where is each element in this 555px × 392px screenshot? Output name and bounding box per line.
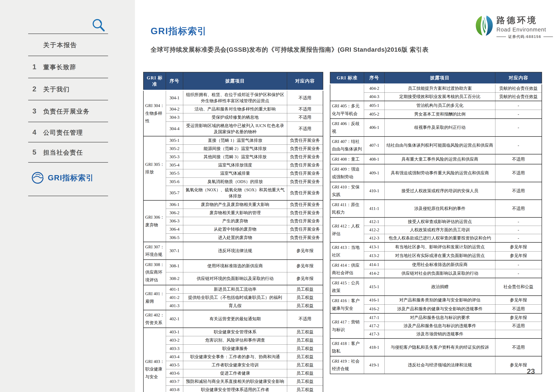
row-id-cell: 306-1 bbox=[166, 200, 183, 209]
mapping-cell: 员工权益 bbox=[287, 336, 323, 344]
mapping-cell: 不适用 bbox=[495, 200, 542, 217]
table-row: GRI 415：公共政策415-1政治捐赠社会责任和公益 bbox=[330, 278, 542, 296]
table-row: GRI 406：反歧视406-1歧视事件及采取的纠正行动- bbox=[330, 119, 542, 136]
page-title: GRI指标索引 bbox=[151, 25, 207, 37]
row-id-cell: 401-2 bbox=[166, 293, 183, 302]
row-id-cell: 402-1 bbox=[166, 310, 183, 328]
sidebar-item-chairman-message[interactable]: 1 董事长致辞 bbox=[32, 63, 108, 71]
sidebar-item-number: 4 bbox=[32, 128, 43, 136]
mapping-cell: 社会责任和公益 bbox=[495, 278, 542, 296]
disclosure-cell: 工作者职业健康安全培训 bbox=[183, 361, 287, 369]
gri-standard-cell: GRI 405：多元化与平等机会 bbox=[330, 101, 364, 119]
row-id-cell: 412-2 bbox=[364, 226, 385, 234]
row-id-cell: 401-1 bbox=[166, 285, 183, 293]
sidebar-item-label: 关于我们 bbox=[43, 85, 70, 93]
mapping-cell: 不适用 bbox=[287, 90, 323, 105]
gri-standard-cell: GRI 414：供应商社会评估 bbox=[330, 260, 364, 278]
table-row: 305-2能源间接（范畴 2）温室气体排放负责任开展业务 bbox=[144, 144, 323, 153]
mapping-cell: 贡献的社会责任效益 bbox=[495, 93, 542, 101]
table-row: GRI 412：人权评估412-1接受人权审查或影响评估的运营点- bbox=[330, 218, 542, 226]
mapping-cell: - bbox=[495, 119, 542, 136]
logo-text: 路德环境 Road Environment 证券代码:688156 bbox=[497, 14, 553, 39]
sidebar-item-label: 负责任开展业务 bbox=[43, 107, 90, 116]
mapping-cell: 负责任开展业务 bbox=[287, 209, 323, 217]
gri-standard-cell: GRI 416：客户健康与安全 bbox=[330, 296, 364, 313]
search-icon[interactable] bbox=[91, 18, 106, 33]
disclosure-cell: 涉及产品和服务的健康与安全影响的违规事件 bbox=[384, 305, 495, 314]
gri-standard-cell bbox=[330, 84, 364, 101]
mapping-cell: 参见年报 bbox=[495, 296, 542, 304]
disclosure-cell: 包含人权条款或已进行人权审查的重要投资协议和合约 bbox=[384, 234, 495, 242]
table-row: GRI 408：童工408-1具有重大童工事件风险的运营点和供应商不适用 bbox=[330, 154, 542, 164]
disclosure-cell: 从处置中转移的废弃物 bbox=[183, 225, 287, 234]
disclosure-cell: 氮氧化物（NOX）、硫氧化物（SOX）和其他重大气体排放 bbox=[183, 186, 287, 200]
page-number: 23 bbox=[527, 367, 535, 376]
row-id-cell: 403-3 bbox=[166, 344, 183, 353]
gri-standard-cell: GRI 305：排放 bbox=[144, 136, 166, 200]
sidebar-item-social-responsibility[interactable]: 5 担当社会责任 bbox=[32, 148, 108, 157]
row-id-cell: 412-3 bbox=[364, 234, 385, 242]
table-row: GRI 308：供应商环境评估308-1使用环境标准筛选的新供应商参见年报 bbox=[144, 260, 323, 272]
mapping-cell: 不适用 bbox=[495, 338, 542, 356]
row-id-cell: 305-3 bbox=[166, 153, 183, 161]
mapping-cell: 负责任开展业务 bbox=[287, 217, 323, 225]
row-id-cell: 307-1 bbox=[166, 242, 183, 260]
mapping-cell: 员工权益 bbox=[287, 369, 323, 377]
row-id-cell: 403-7 bbox=[166, 378, 183, 386]
disclosure-cell: 与侵犯客户隐私和丢失客户资料有关的经证实的投诉 bbox=[384, 338, 495, 356]
gri-standard-cell: GRI 415：公共政策 bbox=[330, 278, 364, 296]
disclosure-cell: 职业健康安全事务：工作者的参与、协商和沟通 bbox=[183, 353, 287, 361]
table-row: 306-2废弃物相关重大影响的管理负责任开展业务 bbox=[144, 209, 323, 217]
disclosure-cell: 废弃物相关重大影响的管理 bbox=[183, 209, 287, 217]
disclosure-cell: 涉及侵犯原住民权利的事件 bbox=[384, 200, 495, 217]
mapping-cell: - bbox=[495, 226, 542, 234]
mapping-cell: 不适用 bbox=[495, 322, 542, 330]
disclosure-cell: 违反环境法律法规 bbox=[183, 242, 287, 260]
disclosure-cell: 其他间接（范畴 3）温室气体排放 bbox=[183, 153, 287, 161]
table-row: 304-3受保护或经修复的栖息地不适用 bbox=[144, 113, 323, 121]
row-id-cell: 308-1 bbox=[166, 260, 183, 272]
table-row: GRI 405：多元化与平等机会405-1管治机构与员工的多元化- bbox=[330, 101, 542, 110]
table-row: 306-5进入处置的废弃物负责任开展业务 bbox=[144, 234, 323, 242]
row-id-cell: 418-1 bbox=[364, 338, 385, 356]
sidebar-item-responsibility-management[interactable]: 4 公司责任管理 bbox=[32, 128, 108, 137]
sidebar-divider bbox=[28, 34, 108, 34]
mapping-cell: 负责任开展业务 bbox=[287, 169, 323, 178]
row-id-cell: 414-2 bbox=[364, 269, 385, 278]
sidebar-item-number: 5 bbox=[32, 148, 43, 156]
row-id-cell: 403-8 bbox=[166, 386, 183, 392]
mapping-cell: 负责任开展业务 bbox=[287, 136, 323, 144]
gri-standard-cell: GRI 418：客户隐私 bbox=[330, 338, 364, 356]
table-row: GRI 419：社会经济合规419-1违反社会与经济领域的法律和法规参见年报 bbox=[330, 356, 542, 374]
mapping-cell: 员工权益 bbox=[287, 302, 323, 310]
table-row: 403-4职业健康安全事务：工作者的参与、协商和沟通员工权益 bbox=[144, 353, 323, 361]
logo-code-text: 证券代码:688156 bbox=[508, 34, 541, 39]
sidebar-item-number: 2 bbox=[32, 85, 43, 93]
disclosure-cell: 产生的废弃物 bbox=[183, 217, 287, 225]
table-row: 403-2危害识别、风险评估和事件调查员工权益 bbox=[144, 336, 323, 344]
table-row: 403-5工作者职业健康安全培训员工权益 bbox=[144, 361, 323, 369]
disclosure-cell: 对当地社区有实际或潜在重大负面影响的运营点 bbox=[384, 251, 495, 260]
table-row: 403-7预防和减轻与商业关系直接相关的职业健康安全影响员工权益 bbox=[144, 378, 323, 386]
sidebar-divider bbox=[28, 100, 108, 100]
column-header: GRI 标准 bbox=[330, 72, 364, 84]
table-row: 401-2提供给全职员工（不包括临时或兼职员工）的福利员工权益 bbox=[144, 293, 323, 302]
sidebar-item-about-us[interactable]: 2 关于我们 bbox=[32, 85, 108, 93]
table-row: 306-4从处置中转移的废弃物负责任开展业务 bbox=[144, 225, 323, 234]
mapping-cell: 员工权益 bbox=[287, 285, 323, 293]
sidebar-item-about-report[interactable]: 关于本报告 bbox=[43, 41, 77, 49]
mapping-cell: - bbox=[495, 269, 542, 278]
disclosure-cell: 对产品和服务信息与标识的要求 bbox=[384, 314, 495, 322]
row-id-cell: 409-1 bbox=[364, 164, 385, 182]
row-id-cell: 414-1 bbox=[364, 260, 385, 269]
disclosure-cell: 使用环境标准筛选的新供应商 bbox=[183, 260, 287, 272]
row-id-cell: 417-2 bbox=[364, 322, 385, 330]
gri-table-left: GRI 标准序号披露项目对应内容GRI 304：生物多样性304-1组织所拥有、… bbox=[143, 72, 323, 392]
row-id-cell: 403-2 bbox=[166, 336, 183, 344]
mapping-cell: 员工权益 bbox=[287, 353, 323, 361]
sidebar-item-label: 董事长致辞 bbox=[43, 63, 76, 71]
gri-standard-cell: GRI 419：社会经济合规 bbox=[330, 356, 364, 374]
sidebar-item-responsible-business[interactable]: 3 负责任开展业务 bbox=[32, 107, 108, 116]
sidebar-item-gri-index[interactable]: GRI指标索引 bbox=[31, 171, 94, 185]
table-row: GRI 416：客户健康与安全416-1对产品和服务类别的健康与安全影响的评估参… bbox=[330, 296, 542, 304]
